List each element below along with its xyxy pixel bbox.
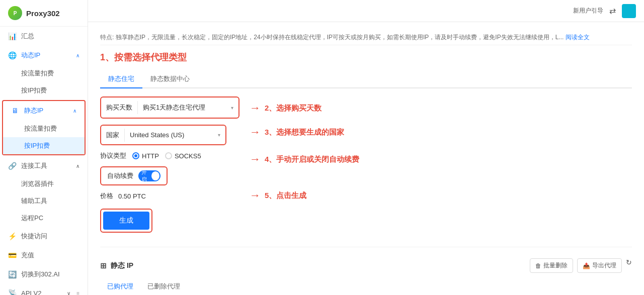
chevron-down-icon: ∨ (67, 290, 70, 296)
grid-icon: ⊞ (100, 261, 107, 270)
price-row: 价格 0.50 PTC (100, 191, 239, 201)
dropdown-arrow-icon: ▾ (218, 132, 220, 138)
sub-tab-deleted[interactable]: 已删除代理 (140, 278, 187, 295)
sidebar-item-connect-tools[interactable]: 🔗 连接工具 ∧ (0, 156, 88, 175)
chevron-up-icon: ∧ (76, 53, 79, 58)
country-label: 国家 (101, 129, 125, 142)
protocol-label: 协议类型 (100, 151, 126, 160)
sidebar-section-static-ip: 🖥 静态IP ∧ 按流量扣费 按IP扣费 (2, 100, 86, 155)
purchase-days-value: 购买1天静态住宅代理 (143, 103, 205, 112)
sidebar-item-quick-access[interactable]: ⚡ 快捷访问 (0, 227, 88, 246)
dynamic-ip-icon: 🌐 (8, 51, 16, 59)
anno-step5: → 5、点击生成 (250, 190, 360, 201)
arrow-right-icon: → (250, 154, 261, 165)
read-more-link[interactable]: 阅读全文 (566, 34, 590, 41)
toggle-on-label: 开启 (141, 168, 151, 183)
country-select[interactable]: United States (US) ▾ (125, 128, 225, 142)
delete-icon: 🗑 (535, 262, 541, 269)
purchase-days-row: 购买天数 购买1天静态住宅代理 ▾ (100, 96, 239, 119)
auto-renew-row: 自动续费 开启 (100, 166, 239, 185)
step5-label: 5、点击生成 (265, 191, 306, 201)
quick-access-icon: ⚡ (8, 232, 16, 240)
radio-socks5-label: SOCKS5 (175, 152, 201, 160)
sidebar-item-recharge[interactable]: 💳 充值 (0, 246, 88, 265)
sidebar-item-label: 快捷访问 (21, 232, 47, 241)
tab-static-datacenter[interactable]: 静态数据中心 (142, 70, 198, 88)
sidebar-item-api-v2[interactable]: 📡 API V2 ∨ ≡ (0, 284, 88, 295)
sidebar-child-remote-pc[interactable]: 远程PC (0, 210, 88, 227)
logo-icon: P (8, 6, 22, 20)
step4-label: 4、手动开启或关闭自动续费 (265, 155, 359, 164)
generate-button[interactable]: 生成 (103, 212, 149, 230)
generate-btn-wrapper: 生成 (100, 209, 152, 233)
sidebar-item-label: 静态IP (24, 106, 43, 115)
radio-http-label: HTTP (142, 152, 159, 160)
sidebar-child-aux-tools[interactable]: 辅助工具 (0, 192, 88, 210)
sidebar-item-label: 切换到302.AI (21, 270, 60, 279)
section-separator (100, 247, 632, 247)
step3-label: 3、选择想要生成的国家 (265, 128, 344, 137)
user-avatar[interactable] (622, 4, 636, 18)
form-area: 购买天数 购买1天静态住宅代理 ▾ (100, 96, 632, 241)
auto-renew-toggle[interactable]: 开启 (138, 170, 160, 181)
sidebar-item-switch-302[interactable]: 🔄 切换到302.AI (0, 265, 88, 284)
content-area: 特点: 独享静态IP，无限流量，长次稳定，固定的IP地址，24小时保持在线稳定代… (88, 22, 644, 295)
anno-step4: → 4、手动开启或关闭自动续费 (250, 154, 360, 165)
auto-renew-wrapper: 自动续费 开启 (100, 166, 168, 185)
sidebar-child-dynamic-ip-pay[interactable]: 按IP扣费 (0, 82, 88, 99)
export-proxy-btn[interactable]: 📤 导出代理 (577, 258, 622, 273)
step1-content: 1、按需选择代理类型 静态住宅 静态数据中心 (100, 51, 632, 241)
sidebar-item-summary[interactable]: 📊 汇总 (0, 27, 88, 46)
notice-bar: 特点: 独享静态IP，无限流量，长次稳定，固定的IP地址，24小时保持在线稳定代… (100, 30, 632, 45)
sidebar: P Proxy302 📊 汇总 🌐 动态IP ∧ 按流量扣费 按IP扣费 🖥 静… (0, 0, 88, 295)
logo: P Proxy302 (0, 0, 88, 27)
api-icon: 📡 (8, 289, 16, 295)
step1-title: 1、按需选择代理类型 (100, 51, 632, 63)
sidebar-child-dynamic-traffic[interactable]: 按流量扣费 (0, 65, 88, 82)
menu-icon: ≡ (76, 290, 79, 296)
sidebar-item-label: 汇总 (21, 32, 34, 41)
recharge-icon: 💳 (8, 251, 16, 259)
new-user-guide-btn[interactable]: 新用户引导 (573, 7, 603, 15)
tab-static-residential[interactable]: 静态住宅 (100, 70, 142, 88)
sidebar-child-static-ip-pay[interactable]: 按IP扣费 (3, 137, 85, 154)
static-ip-icon: 🖥 (11, 107, 19, 115)
purchase-days-field: 购买天数 购买1天静态住宅代理 ▾ (101, 97, 238, 118)
sub-tab-purchased[interactable]: 已购代理 (100, 278, 140, 295)
refresh-icon[interactable]: ↻ (626, 258, 632, 273)
sidebar-item-dynamic-ip[interactable]: 🌐 动态IP ∧ (0, 46, 88, 65)
sidebar-child-static-traffic[interactable]: 按流量扣费 (3, 120, 85, 137)
radio-socks5[interactable]: SOCKS5 (165, 152, 201, 160)
sidebar-item-label: API V2 (21, 289, 41, 296)
dropdown-arrow-icon: ▾ (231, 105, 233, 111)
notice-text: 特点: 独享静态IP，无限流量，长次稳定，固定的IP地址，24小时保持在线稳定代… (100, 34, 564, 41)
summary-icon: 📊 (8, 32, 16, 40)
radio-http[interactable]: HTTP (132, 152, 159, 160)
price-label: 价格 (100, 191, 113, 201)
sidebar-item-label: 充值 (21, 251, 34, 260)
toggle-thumb (151, 171, 159, 180)
proxy-type-tabs: 静态住宅 静态数据中心 (100, 70, 632, 88)
arrow-right-icon: → (250, 127, 261, 138)
country-row: 国家 United States (US) ▾ (100, 125, 239, 145)
purchase-days-wrapper: 购买天数 购买1天静态住宅代理 ▾ (100, 96, 239, 119)
sidebar-child-browser-plugin[interactable]: 浏览器插件 (0, 175, 88, 192)
main-area: 新用户引导 ⇄ 特点: 独享静态IP，无限流量，长次稳定，固定的IP地址，24小… (88, 0, 644, 295)
static-ip-header: ⊞ 静态 IP 🗑 批量删除 📤 导出代理 ↻ (100, 253, 632, 278)
protocol-row: 协议类型 HTTP SOCKS5 (100, 151, 239, 160)
purchase-days-select[interactable]: 购买1天静态住宅代理 ▾ (138, 100, 238, 116)
auto-renew-label: 自动续费 (107, 171, 133, 180)
chevron-up-icon: ∧ (73, 108, 76, 114)
radio-socks5-dot (165, 152, 172, 159)
step2-label: 2、选择购买天数 (265, 104, 321, 113)
static-ip-actions: 🗑 批量删除 📤 导出代理 ↻ (530, 258, 632, 273)
translate-icon[interactable]: ⇄ (609, 6, 616, 16)
sidebar-item-label: 动态IP (21, 51, 40, 60)
connect-icon: 🔗 (8, 162, 16, 170)
switch-icon: 🔄 (8, 270, 16, 278)
price-value: 0.50 PTC (118, 192, 146, 200)
annotations-column: → 2、选择购买天数 → 3、选择想要生成的国家 → 4、手 (250, 96, 360, 201)
sidebar-item-static-ip[interactable]: 🖥 静态IP ∧ (3, 101, 85, 120)
batch-delete-btn[interactable]: 🗑 批量删除 (530, 258, 573, 273)
logo-text: Proxy302 (26, 9, 60, 18)
